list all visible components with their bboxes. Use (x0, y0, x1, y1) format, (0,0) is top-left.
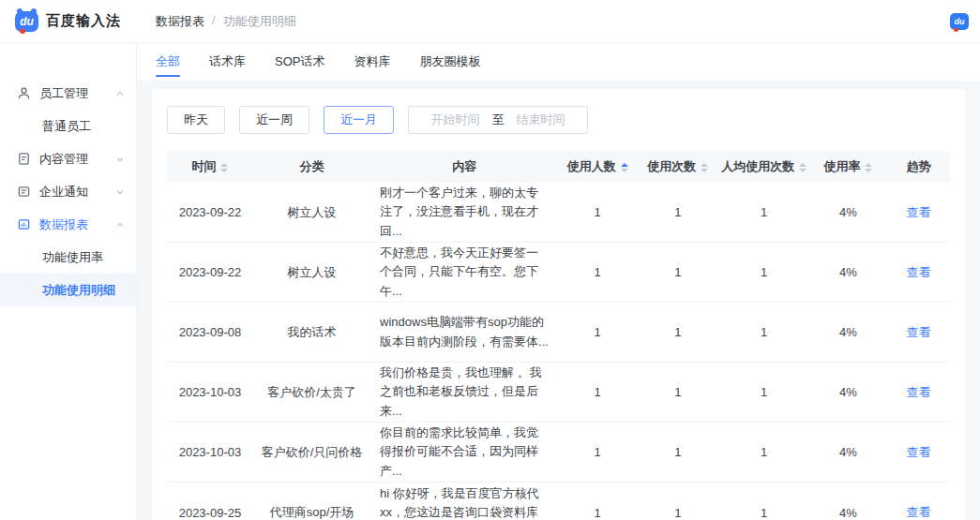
table-row: 2023-09-22 树立人设 刚才一个客户过来，聊的太专注了，没注意看手机，现… (167, 183, 950, 243)
cell-times: 1 (637, 506, 719, 520)
sort-icon-active[interactable] (621, 163, 628, 172)
cell-times: 1 (637, 445, 719, 459)
notice-icon (17, 185, 31, 199)
corner-app-icon[interactable]: du (950, 13, 969, 30)
cell-users: 1 (558, 205, 637, 219)
view-link[interactable]: 查看 (907, 325, 931, 339)
cell-avg: 1 (719, 385, 809, 399)
sidebar-item-feature-usage-rate[interactable]: 功能使用率 (0, 241, 136, 274)
table-row: 2023-09-25 代理商sop/开场 hi 你好呀，我是百度官方核代xx，您… (167, 483, 950, 520)
filter-last-week-button[interactable]: 近一周 (239, 106, 309, 134)
sidebar-item-content-management[interactable]: 内容管理 (0, 142, 136, 175)
cell-category: 树立人设 (253, 264, 370, 281)
breadcrumb-parent[interactable]: 数据报表 (156, 13, 204, 30)
table-header-row: 时间 分类 内容 使用人数 使用次数 人均使用次数 使用率 趋势 (167, 151, 950, 183)
sidebar-item-enterprise-notice[interactable]: 企业通知 (0, 175, 136, 208)
view-link[interactable]: 查看 (907, 445, 931, 459)
cell-rate: 4% (809, 445, 888, 459)
table-row: 2023-09-08 我的话术 windows电脑端带有sop功能的版本目前内测… (167, 303, 950, 363)
cell-content: 你目前的需求比较简单，我觉得报价可能不合适，因为同样产... (370, 423, 558, 480)
cell-category: 客户砍价/太贵了 (253, 384, 370, 401)
column-header-usage-rate[interactable]: 使用率 (809, 158, 888, 175)
view-link[interactable]: 查看 (907, 505, 931, 519)
chevron-down-icon (115, 155, 125, 164)
cell-content: 不好意思，我今天正好要签一个合同，只能下午有空。您下午... (370, 244, 558, 300)
column-header-avg-usage[interactable]: 人均使用次数 (719, 158, 809, 175)
tab-material-library[interactable]: 资料库 (354, 43, 390, 81)
cell-content: 刚才一个客户过来，聊的太专注了，没注意看手机，现在才回... (370, 184, 558, 240)
corner-logo-tongue-shape (954, 28, 958, 32)
chevron-down-icon (115, 187, 125, 197)
cell-times: 1 (637, 385, 719, 399)
tab-script-library[interactable]: 话术库 (209, 43, 246, 81)
top-bar: du 百度输入法 数据报表 / 功能使用明细 du (0, 0, 980, 43)
chevron-up-icon (115, 220, 125, 230)
app-title: 百度输入法 (46, 12, 121, 30)
view-link[interactable]: 查看 (907, 385, 931, 399)
date-range-to-label: 至 (492, 111, 505, 128)
tab-sop-script[interactable]: SOP话术 (275, 43, 324, 81)
column-header-usage-count[interactable]: 使用次数 (637, 158, 719, 175)
cell-avg: 1 (719, 265, 809, 279)
content-icon (17, 152, 31, 166)
column-header-users[interactable]: 使用人数 (558, 158, 637, 175)
view-link[interactable]: 查看 (907, 265, 931, 279)
cell-category: 代理商sop/开场 (253, 504, 370, 520)
breadcrumb-separator: / (212, 13, 216, 30)
start-date-placeholder[interactable]: 开始时间 (431, 111, 480, 128)
sidebar-item-label: 员工管理 (39, 85, 88, 102)
sort-icon[interactable] (220, 163, 228, 172)
filter-yesterday-button[interactable]: 昨天 (167, 106, 225, 134)
cell-users: 1 (558, 506, 637, 520)
cell-avg: 1 (719, 506, 809, 520)
sort-icon[interactable] (701, 163, 708, 172)
cell-avg: 1 (719, 325, 809, 339)
sidebar-item-label: 普通员工 (42, 118, 91, 135)
tab-moments-template[interactable]: 朋友圈模板 (419, 43, 480, 81)
cell-category: 客户砍价/只问价格 (253, 444, 370, 461)
view-link[interactable]: 查看 (907, 205, 931, 219)
filter-last-month-button[interactable]: 近一月 (324, 106, 394, 134)
cell-rate: 4% (809, 265, 888, 279)
cell-date: 2023-09-22 (167, 205, 253, 219)
cell-users: 1 (558, 325, 637, 339)
table-row: 2023-10-03 客户砍价/只问价格 你目前的需求比较简单，我觉得报价可能不… (167, 423, 950, 483)
cell-users: 1 (558, 385, 637, 399)
chevron-up-icon (115, 89, 125, 98)
corner-logo-text: du (955, 17, 965, 26)
sidebar-item-label: 企业通知 (39, 184, 88, 201)
app-logo: du 百度输入法 (0, 11, 137, 32)
user-icon (17, 86, 31, 100)
cell-content: 我们价格是贵，我也理解 。我之前也和老板反馈过，但是后来... (370, 364, 558, 420)
cell-times: 1 (637, 205, 719, 219)
cell-users: 1 (558, 265, 637, 279)
cell-rate: 4% (809, 385, 888, 399)
sidebar-item-label: 功能使用率 (42, 249, 103, 266)
sort-icon[interactable] (799, 163, 807, 172)
column-header-category: 分类 (253, 158, 370, 175)
sidebar-item-normal-employee[interactable]: 普通员工 (0, 110, 136, 142)
logo-tongue-shape (20, 29, 25, 34)
logo-text: du (20, 15, 34, 28)
filter-row: 昨天 近一周 近一月 开始时间 至 结束时间 (167, 106, 950, 134)
main-content: 全部 话术库 SOP话术 资料库 朋友圈模板 昨天 近一周 近一月 开始时间 至… (137, 43, 980, 520)
breadcrumb: 数据报表 / 功能使用明细 (156, 13, 296, 30)
content-card: 昨天 近一周 近一月 开始时间 至 结束时间 时间 分类 内容 使用人数 (152, 89, 965, 520)
sidebar-item-data-report[interactable]: 数据报表 (0, 208, 136, 241)
cell-rate: 4% (809, 506, 888, 520)
cell-date: 2023-09-25 (167, 506, 253, 520)
cell-date: 2023-09-22 (167, 265, 253, 279)
cell-category: 我的话术 (253, 324, 370, 341)
date-range-picker[interactable]: 开始时间 至 结束时间 (408, 106, 588, 134)
end-date-placeholder[interactable]: 结束时间 (517, 111, 565, 128)
sort-icon[interactable] (865, 163, 872, 172)
sidebar-item-employee-management[interactable]: 员工管理 (0, 77, 136, 110)
cell-times: 1 (637, 325, 719, 339)
sidebar-item-feature-usage-detail[interactable]: 功能使用明细 (0, 274, 136, 306)
sidebar-item-label: 数据报表 (39, 216, 88, 233)
column-header-time[interactable]: 时间 (167, 158, 253, 175)
report-icon (17, 217, 31, 231)
tab-all[interactable]: 全部 (156, 43, 180, 81)
cell-users: 1 (558, 445, 637, 459)
cell-rate: 4% (809, 205, 888, 219)
